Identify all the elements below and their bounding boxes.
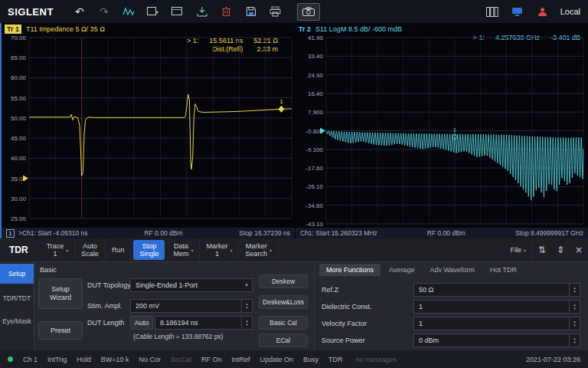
field-value: 50 Ω (414, 286, 569, 294)
window-icon[interactable] (170, 4, 185, 19)
panel-updown-icon[interactable]: ⇅ (533, 238, 551, 261)
local-label[interactable]: Local (560, 7, 580, 16)
window-add-icon[interactable] (145, 4, 161, 19)
tab-hot-tdr[interactable]: Hot TDR (483, 264, 524, 276)
y-tick-label: 65.00 (11, 54, 27, 61)
y-tick-label: 30.00 (11, 196, 27, 202)
delete-icon[interactable] (219, 4, 234, 19)
tdr-menu-marker-1[interactable]: Marker1▾ (200, 238, 239, 261)
dut-length-stepper[interactable]: 8.186194 ns ▴▾ (155, 316, 253, 330)
marker-wave-icon[interactable] (121, 4, 136, 19)
status-item-update-on: Update On (260, 356, 294, 363)
trace2-badge[interactable]: Tr 2 (299, 25, 311, 33)
printer-icon[interactable] (268, 4, 283, 19)
status-item-inttrig: IntTrig (47, 356, 67, 363)
graph-area: Tr 1 T11 Impedance 5 Ω/ 35 Ω > 1:15.5611… (0, 23, 588, 238)
field-input-velocity-factor[interactable]: 1▴▾ (413, 317, 580, 330)
stim-ampl-label: Stim. Ampl. (87, 299, 122, 313)
s11-logmag-panel[interactable]: Tr 2 S11 LogM 8.5 dB/ -600 mdB > 1:4.257… (296, 23, 588, 238)
dut-topology-select[interactable]: Single-Ended 1-Port ▾ (130, 278, 253, 292)
cal-button-deskew[interactable]: Deskew (259, 274, 308, 288)
preset-button[interactable]: Preset (38, 321, 83, 340)
right-rf-label: RF 0.00 dBm (377, 229, 516, 237)
layout-columns-icon[interactable] (485, 4, 500, 19)
setup-wizard-button[interactable]: SetupWizard (38, 278, 83, 309)
tdr-control-panel: TDR Trace1▾AutoScaleRunStopSingleDataMem… (0, 238, 588, 350)
spinner-arrows-icon[interactable]: ▴▾ (569, 301, 580, 313)
side-tab-setup[interactable]: Setup (0, 264, 34, 284)
trace1-badge[interactable]: Tr 1 (5, 25, 21, 34)
dut-length-value: 8.186194 ns (155, 319, 241, 327)
tdr-menu-buttons: Trace1▾AutoScaleRunStopSingleDataMem▾Mar… (41, 238, 279, 261)
remote-user-icon[interactable] (535, 4, 550, 19)
panel-close-icon[interactable]: × (570, 238, 588, 261)
load-icon[interactable] (194, 4, 210, 19)
toolbar-right-group: Local (485, 4, 580, 19)
y-tick-label: 7.900 (308, 109, 324, 116)
field-input-source-power[interactable]: 0 dBm▴▾ (413, 334, 580, 347)
side-tab-eye-mask[interactable]: Eye/Mask (0, 311, 34, 331)
tab-average[interactable]: Average (382, 264, 421, 276)
field-input-ref-z[interactable]: 50 Ω▴▾ (413, 283, 580, 297)
instrument-screen: SIGLENT ↶↷ Local Tr 1 T11 Impedance 5 Ω/… (0, 0, 588, 368)
y-tick-label: -43.10 (305, 221, 323, 228)
dut-length-label: DUT Length (87, 316, 124, 330)
marker-1-label: 1 (453, 127, 457, 133)
tab-more-functions[interactable]: More Functions (319, 264, 381, 276)
status-message: no messages (356, 356, 397, 363)
y-tick-label: -9.100 (305, 146, 323, 153)
y-tick-label: 45.00 (11, 135, 27, 142)
tdr-impedance-panel[interactable]: Tr 1 T11 Impedance 5 Ω/ 35 Ω > 1:15.5611… (0, 23, 295, 238)
tdr-menu-run[interactable]: Run (106, 238, 132, 261)
spinner-arrows-icon[interactable]: ▴▾ (569, 284, 580, 296)
stim-ampl-stepper[interactable]: 200 mV ▴▾ (130, 299, 253, 313)
file-menu-button[interactable]: File ▾ (504, 238, 533, 261)
cal-button-basic-cal[interactable]: Basic Cal (259, 316, 308, 330)
cal-button-deskew-loss[interactable]: Deskew&Loss (259, 295, 308, 309)
panel-resize-icon[interactable]: ⇕ (551, 238, 570, 261)
spinner-arrows-icon[interactable]: ▴▾ (241, 317, 252, 329)
trace1-info: T11 Impedance 5 Ω/ 35 Ω (26, 25, 105, 33)
tdr-side-tabs: SetupTDR/TDTEye/Mask (0, 262, 34, 350)
chevron-down-icon: ▾ (66, 248, 68, 253)
y-tick-label: 25.00 (11, 215, 27, 222)
logmag-plot[interactable]: 41.9033.4024.9016.407.900-0.600-9.100-17… (296, 34, 588, 228)
stim-ampl-value: 200 mV (131, 302, 241, 310)
spinner-arrows-icon[interactable]: ▴▾ (241, 300, 252, 312)
spinner-arrows-icon[interactable]: ▴▾ (569, 317, 580, 330)
field-label-dielectric-const-: Dielectric Const. (322, 300, 372, 314)
field-input-dielectric-const-[interactable]: 1▴▾ (413, 300, 580, 314)
spinner-arrows-icon[interactable]: ▴▾ (569, 334, 580, 347)
cable-length-label: (Cable Length = 133.68762 ps) (133, 333, 223, 340)
trace2-header[interactable]: Tr 2 S11 LogM 8.5 dB/ -600 mdB (299, 24, 402, 34)
undo-icon[interactable]: ↶ (72, 4, 87, 19)
field-value: 1 (414, 320, 569, 327)
status-item-ch-1: Ch 1 (23, 356, 38, 363)
dut-length-auto-button[interactable]: Auto (130, 316, 153, 330)
cal-button-ecal[interactable]: ECal (259, 334, 308, 347)
screenshot-camera-icon[interactable] (297, 3, 320, 21)
marker-1-diamond[interactable] (279, 106, 284, 112)
save-icon[interactable] (243, 4, 259, 19)
tdr-menu-marker-search[interactable]: MarkerSearch▾ (239, 238, 279, 261)
impedance-plot[interactable]: 70.0065.0060.0055.0050.0045.0040.0035.00… (2, 34, 295, 228)
more-functions-tabs: More FunctionsAverageAdv WaveformHot TDR (319, 264, 524, 276)
status-item-busy: Busy (303, 356, 318, 363)
tdr-menu-data-mem[interactable]: DataMem▾ (167, 238, 200, 261)
tdr-menu-stop-single[interactable]: StopSingle (133, 240, 165, 260)
tab-adv-waveform[interactable]: Adv Waveform (423, 264, 482, 276)
channel1-badge[interactable]: 1 (6, 229, 15, 238)
tdr-menu-auto-scale[interactable]: AutoScale (75, 238, 106, 261)
trace1-header[interactable]: Tr 1 T11 Impedance 5 Ω/ 35 Ω (5, 24, 105, 34)
y-tick-label: -26.10 (305, 183, 323, 190)
redo-icon[interactable]: ↷ (96, 4, 112, 19)
left-graph-footer: 1 >Ch1: Start -4.09310 ns RF 0.00 dBm St… (2, 228, 295, 238)
tdr-menu-trace-1[interactable]: Trace1▾ (41, 238, 76, 261)
panel-divider (314, 262, 315, 350)
network-icon[interactable] (510, 4, 525, 19)
y-tick-label: 41.90 (308, 34, 324, 41)
side-tab-tdr-tdt[interactable]: TDR/TDT (0, 288, 34, 308)
field-label-ref-z: Ref.Z (322, 283, 338, 297)
trace2-info: S11 LogM 8.5 dB/ -600 mdB (315, 25, 402, 33)
y-tick-label: 55.00 (11, 95, 27, 102)
